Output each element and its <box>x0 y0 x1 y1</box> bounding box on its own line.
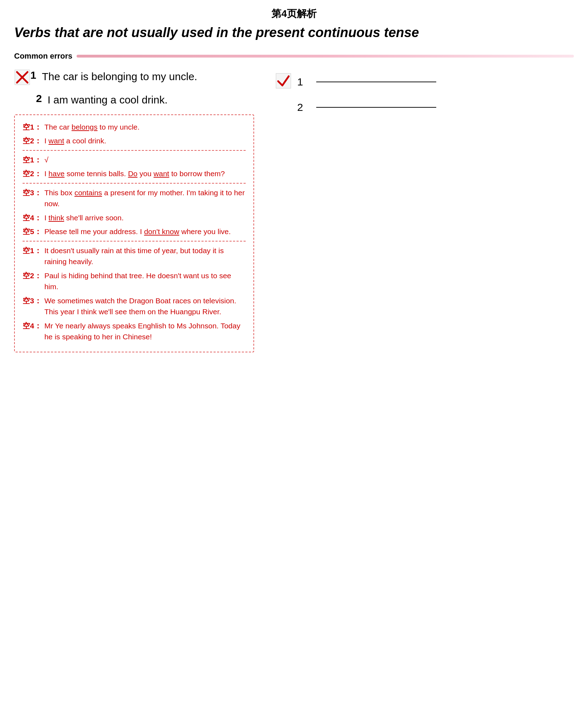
answer-key: 空3： <box>23 187 42 198</box>
answer-val: Paul is hiding behind that tree. He does… <box>44 270 246 292</box>
answer-val: Mr Ye nearly always speaks Enghlish to M… <box>44 320 246 342</box>
answer-entry: 空4： Mr Ye nearly always speaks Enghlish … <box>23 320 246 342</box>
answer-entry: 空1： It doesn't usually rain at this time… <box>23 245 246 267</box>
answer-key: 空2： <box>23 270 42 281</box>
answer-key: 空4： <box>23 212 42 224</box>
errors-line <box>77 55 574 58</box>
right-item-1: 1 <box>275 73 574 91</box>
error-item-2: 2 I am wanting a cool drink. <box>14 93 254 107</box>
answer-key: 空1： <box>23 154 42 166</box>
answer-val: I think she'll arrive soon. <box>44 212 124 224</box>
answer-val: It doesn't usually rain at this time of … <box>44 245 246 267</box>
answer-key: 空3： <box>23 295 42 306</box>
answer-line-2 <box>316 107 436 108</box>
answer-entry: 空3： This box contains a present for my m… <box>23 187 246 209</box>
answer-entry: 空1： √ <box>23 154 246 166</box>
error-number-1: 1 <box>30 69 36 81</box>
answer-entry: 空5： Please tell me your address. I don't… <box>23 226 246 237</box>
answer-entry: 空4： I think she'll arrive soon. <box>23 212 246 224</box>
answer-entry: 空2： Paul is hiding behind that tree. He … <box>23 270 246 292</box>
page-title: 第4页解析 <box>14 7 574 20</box>
answer-entry: 空2： I want a cool drink. <box>23 135 246 147</box>
answer-key: 空5： <box>23 226 42 237</box>
answer-val: I have some tennis balls. Do you want to… <box>44 168 225 179</box>
main-heading: Verbs that are not usually used in the p… <box>14 25 574 41</box>
right-number-2: 2 <box>297 101 308 113</box>
answer-line-1 <box>316 82 436 82</box>
error-number-2: 2 <box>36 93 42 105</box>
answer-key: 空1： <box>23 245 42 256</box>
answers-block: 空1： The car belongs to my uncle. 空2： I w… <box>14 114 254 352</box>
left-column: 1 The car is belonging to my uncle. 2 I … <box>14 69 254 352</box>
common-errors-bar: Common errors <box>14 52 574 61</box>
answer-key: 空2： <box>23 135 42 147</box>
x-icon <box>14 69 30 85</box>
answer-key: 空4： <box>23 320 42 332</box>
answer-val: This box contains a present for my mothe… <box>44 187 246 209</box>
answer-val: √ <box>44 154 49 166</box>
right-number-1: 1 <box>297 76 308 88</box>
right-item-2: 2 <box>275 101 574 113</box>
answer-key: 空2： <box>23 168 42 179</box>
error-text-2: I am wanting a cool drink. <box>48 93 168 107</box>
error-item-1: 1 The car is belonging to my uncle. <box>14 69 254 85</box>
answer-val: Please tell me your address. I don't kno… <box>44 226 231 237</box>
answer-val: I want a cool drink. <box>44 135 106 147</box>
error-text-1: The car is belonging to my uncle. <box>42 69 197 84</box>
common-errors-label: Common errors <box>14 52 72 61</box>
answer-val: The car belongs to my uncle. <box>44 121 140 133</box>
answer-entry: 空2： I have some tennis balls. Do you wan… <box>23 168 246 179</box>
right-column: 1 2 <box>275 69 574 123</box>
answer-entry: 空1： The car belongs to my uncle. <box>23 121 246 133</box>
answer-val: We sometimes watch the Dragon Boat races… <box>44 295 246 317</box>
answer-key: 空1： <box>23 121 42 133</box>
answer-entry: 空3： We sometimes watch the Dragon Boat r… <box>23 295 246 317</box>
check-icon <box>275 73 292 91</box>
